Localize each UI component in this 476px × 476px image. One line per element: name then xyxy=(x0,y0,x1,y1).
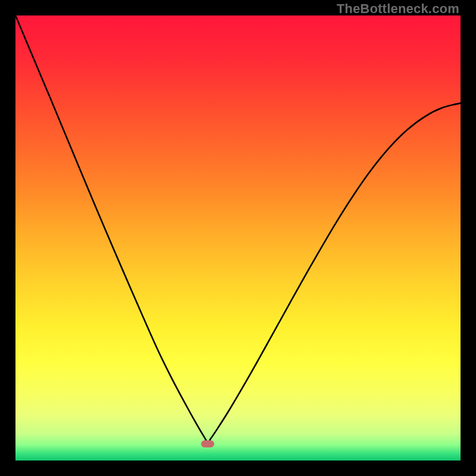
minimum-marker xyxy=(201,440,214,447)
curve-layer xyxy=(15,15,461,461)
bottleneck-curve xyxy=(15,15,461,442)
watermark-text: TheBottleneck.com xyxy=(337,1,459,17)
plot-frame xyxy=(15,15,461,461)
